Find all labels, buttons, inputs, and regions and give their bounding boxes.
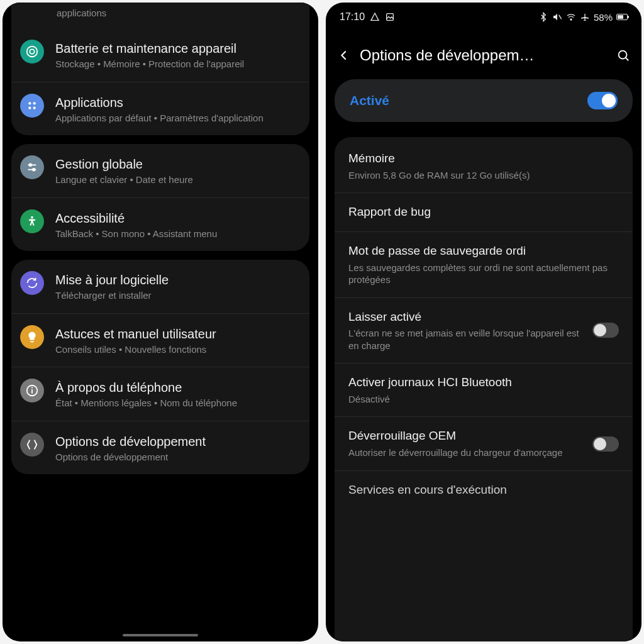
row-title: Batterie et maintenance appareil [55, 41, 301, 57]
item-subtitle: Environ 5,8 Go de RAM sur 12 Go utilisé(… [348, 169, 619, 182]
row-subtitle: Applications par défaut • Paramètres d'a… [55, 112, 301, 125]
dev-item-hci-log[interactable]: Activer journaux HCI Bluetooth Désactivé [335, 363, 633, 416]
svg-line-15 [559, 15, 562, 19]
settings-main-screen: applications Batterie et maintenance app… [3, 3, 318, 641]
settings-row-battery[interactable]: Batterie et maintenance appareil Stockag… [11, 28, 309, 82]
settings-group-1: Gestion globale Langue et clavier • Date… [11, 144, 309, 251]
dev-options-list: Mémoire Environ 5,8 Go de RAM sur 12 Go … [335, 137, 633, 641]
row-title: Applications [55, 95, 301, 111]
row-subtitle: Options de développement [55, 451, 301, 464]
battery-icon [616, 14, 628, 20]
developer-options-screen: 17:10 58% Options de développem… Activé … [326, 3, 641, 641]
airplane-icon [580, 12, 590, 22]
svg-point-9 [33, 169, 35, 171]
image-icon [385, 12, 395, 22]
svg-point-0 [27, 47, 38, 57]
dev-item-running-services[interactable]: Services en cours d'exécution [335, 470, 633, 509]
cloud-icon [370, 12, 380, 22]
tips-icon [20, 325, 44, 349]
oem-unlock-toggle[interactable] [592, 436, 619, 452]
item-subtitle: Désactivé [348, 393, 619, 406]
bluetooth-icon [538, 12, 548, 22]
settings-group-0: applications Batterie et maintenance app… [11, 3, 309, 135]
row-title: Gestion globale [55, 157, 301, 172]
row-subtitle: Stockage • Mémoire • Protection de l'app… [55, 58, 301, 70]
svg-point-17 [619, 51, 627, 59]
master-toggle-row[interactable]: Activé [335, 79, 633, 122]
apps-icon [20, 94, 44, 118]
row-title: Options de développement [55, 434, 301, 450]
row-title: Accessibilité [55, 211, 301, 226]
partial-row-subtitle: applications [11, 3, 309, 28]
status-bar: 17:10 58% [326, 3, 641, 29]
svg-point-16 [570, 19, 572, 20]
svg-point-5 [33, 106, 36, 109]
title-bar: Options de développem… [326, 29, 641, 75]
master-toggle-label: Activé [350, 93, 389, 108]
svg-point-7 [29, 164, 31, 167]
svg-point-2 [28, 102, 31, 104]
stay-awake-toggle[interactable] [592, 323, 619, 338]
home-indicator[interactable] [123, 634, 198, 636]
settings-row-accessibility[interactable]: Accessibilité TalkBack • Son mono • Assi… [11, 197, 309, 252]
svg-point-1 [30, 49, 34, 53]
info-icon [20, 379, 44, 402]
mute-icon [552, 12, 562, 22]
item-title: Mémoire [348, 151, 619, 167]
settings-row-applications[interactable]: Applications Applications par défaut • P… [11, 82, 309, 136]
svg-rect-13 [31, 387, 33, 389]
dev-item-memory[interactable]: Mémoire Environ 5,8 Go de RAM sur 12 Go … [335, 140, 633, 192]
row-title: Mise à jour logicielle [55, 272, 301, 288]
dev-item-oem-unlock[interactable]: Déverrouillage OEM Autoriser le déverrou… [335, 416, 633, 470]
device-care-icon [20, 40, 44, 64]
row-title: À propos du téléphone [55, 380, 301, 396]
svg-rect-14 [387, 14, 394, 21]
settings-row-tips[interactable]: Astuces et manuel utilisateur Conseils u… [11, 313, 309, 367]
svg-point-3 [33, 102, 36, 104]
wifi-icon [566, 12, 576, 22]
row-subtitle: Télécharger et installer [55, 289, 301, 302]
dev-item-backup-password[interactable]: Mot de passe de sauvegarde ordi Les sauv… [335, 231, 633, 297]
row-subtitle: TalkBack • Son mono • Assistant menu [55, 228, 301, 240]
row-subtitle: Conseils utiles • Nouvelles fonctions [55, 343, 301, 356]
svg-line-18 [626, 58, 629, 61]
dev-item-bugreport[interactable]: Rapport de bug [335, 192, 633, 231]
accessibility-icon [20, 209, 44, 233]
settings-row-developer[interactable]: Options de développement Options de déve… [11, 421, 309, 475]
search-icon[interactable] [616, 48, 630, 62]
settings-row-update[interactable]: Mise à jour logicielle Télécharger et in… [11, 260, 309, 313]
item-title: Rapport de bug [348, 204, 619, 220]
svg-rect-12 [31, 389, 33, 393]
row-subtitle: Langue et clavier • Date et heure [55, 174, 301, 186]
dev-icon [20, 433, 44, 457]
settings-row-general[interactable]: Gestion globale Langue et clavier • Date… [11, 144, 309, 197]
page-title: Options de développem… [360, 47, 608, 64]
status-time: 17:10 [340, 11, 365, 23]
update-icon [20, 271, 44, 295]
settings-group-2: Mise à jour logicielle Télécharger et in… [11, 260, 309, 474]
svg-point-4 [28, 106, 31, 109]
back-icon[interactable] [337, 48, 351, 62]
svg-point-10 [31, 216, 33, 218]
row-subtitle: État • Mentions légales • Nom du télépho… [55, 397, 301, 409]
battery-percent: 58% [594, 12, 613, 23]
settings-row-about[interactable]: À propos du téléphone État • Mentions lé… [11, 367, 309, 421]
row-title: Astuces et manuel utilisateur [55, 326, 301, 342]
sliders-icon [20, 155, 44, 179]
item-title: Mot de passe de sauvegarde ordi [348, 243, 619, 259]
item-title: Laisser activé [348, 309, 584, 325]
dev-item-stay-awake[interactable]: Laisser activé L'écran ne se met jamais … [335, 297, 633, 364]
item-subtitle: Les sauvegardes complètes sur ordi ne so… [348, 262, 619, 286]
item-subtitle: L'écran ne se met jamais en veille lorsq… [348, 327, 584, 352]
item-title: Déverrouillage OEM [348, 428, 584, 444]
item-title: Activer journaux HCI Bluetooth [348, 375, 619, 391]
item-title: Services en cours d'exécution [348, 482, 619, 498]
item-subtitle: Autoriser le déverrouillage du chargeur … [348, 447, 584, 459]
master-toggle[interactable] [587, 92, 618, 109]
